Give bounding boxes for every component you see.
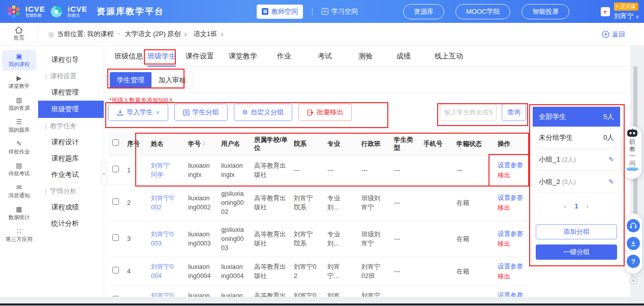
subnav-item-statistics-analysis[interactable]: 统计分析 bbox=[38, 216, 104, 232]
subnav-item-class-management[interactable]: 班级管理 bbox=[38, 101, 104, 118]
tab-exam[interactable]: 考试 bbox=[318, 46, 332, 67]
student-name-link[interactable]: 刘宵宁同学 bbox=[145, 156, 182, 185]
teacher-space-label: 教师空间 bbox=[271, 7, 298, 16]
row-checkbox[interactable] bbox=[112, 198, 119, 205]
remove-link[interactable]: 移出 bbox=[498, 203, 525, 213]
prev-page-icon[interactable]: ‹ bbox=[564, 202, 566, 210]
student-name-link[interactable]: 刘宵宁0005 bbox=[145, 286, 182, 297]
subnav-item-course-management[interactable]: 课程管理 bbox=[38, 84, 104, 101]
student-name-link[interactable]: 刘宵宁0004 bbox=[145, 257, 182, 286]
learning-space-button[interactable]: A 学习空间 bbox=[322, 7, 358, 16]
assistant-widget[interactable]: 职 教 一 问 bbox=[623, 126, 641, 179]
batch-remove-button[interactable]: 批量移出 bbox=[298, 104, 352, 121]
help-button[interactable]: ? bbox=[627, 255, 640, 268]
set-contest-link[interactable]: 设置参赛 bbox=[498, 290, 525, 297]
tab-homework[interactable]: 作业 bbox=[277, 46, 291, 67]
select-all-checkbox[interactable] bbox=[112, 139, 119, 146]
customer-service-button[interactable] bbox=[627, 219, 640, 232]
set-contest-link[interactable]: 设置参赛 bbox=[498, 261, 525, 271]
cell-status: 在籍 bbox=[450, 286, 492, 297]
tab-grades[interactable]: 成绩 bbox=[396, 46, 411, 67]
version-badge: 正式版 bbox=[614, 3, 638, 11]
sidebar-item-third-party-apps[interactable]: ∷ 第三方应用 bbox=[2, 225, 36, 246]
group-ungrouped-students[interactable]: 未分组学生 0人 bbox=[533, 127, 620, 148]
subnav-item-homework-exam[interactable]: 作业考试 bbox=[38, 167, 104, 183]
student-group-button[interactable]: 学生分组 bbox=[174, 104, 228, 121]
subtab-join-review[interactable]: 加入审核 bbox=[151, 72, 193, 88]
group-item-2[interactable]: 小组_2(3人) ✎ bbox=[533, 171, 620, 193]
edit-group-icon[interactable]: ✎ bbox=[608, 156, 614, 163]
subnav-item-course-guide[interactable]: 课程引导 bbox=[38, 52, 104, 68]
subnav-item-course-question-bank[interactable]: 课程题库 bbox=[38, 150, 104, 167]
col-status: 学籍状态 bbox=[450, 132, 492, 156]
table-row: 4 刘宵宁0004 liuxiaoning0004 liuxiaoning000… bbox=[108, 257, 529, 286]
remove-link[interactable]: 移出 bbox=[498, 271, 525, 282]
group-item-1[interactable]: 小组_1(2人) ✎ bbox=[533, 148, 620, 171]
platform-title: 资源库教学平台 bbox=[97, 6, 164, 17]
breadcrumb-course-dropdown[interactable]: 大学语文 (2P) 原创 bbox=[125, 29, 181, 39]
subtab-student-management[interactable]: 学生管理 bbox=[110, 72, 151, 88]
resource-library-button[interactable]: 资源库 bbox=[403, 4, 444, 19]
message-icon: ✉ bbox=[16, 184, 22, 191]
student-name-link[interactable]: 刘宵宁0002 bbox=[145, 185, 182, 221]
sidebar-item-pending-exams[interactable]: ▤ 待批考试 bbox=[2, 159, 36, 180]
cell-student-id: liuxiaoning0004 bbox=[182, 257, 215, 286]
student-name-link[interactable]: 刘宵宁0003 bbox=[145, 221, 182, 257]
tab-class-info[interactable]: 班级信息 bbox=[114, 46, 143, 67]
sidebar-item-pending-homework[interactable]: ✎ 待批作业 bbox=[2, 137, 36, 158]
cell-phone bbox=[417, 257, 450, 286]
row-checkbox[interactable] bbox=[112, 166, 119, 172]
location-icon: ◎ bbox=[48, 30, 54, 38]
sidebar-item-label: 消息通知 bbox=[9, 192, 30, 199]
tab-quiz[interactable]: 测验 bbox=[358, 46, 373, 67]
student-subtabs: 学生管理 加入审核 bbox=[109, 72, 194, 89]
sidebar-item-my-resources[interactable]: ▥ 我的资源 bbox=[2, 94, 36, 114]
search-input[interactable] bbox=[440, 104, 497, 121]
sidebar-item-label: 课堂教学 bbox=[9, 83, 30, 90]
teacher-space-button[interactable]: ▦ 教师空间 bbox=[257, 5, 303, 19]
icve-flower-logo-icon bbox=[6, 4, 21, 19]
query-button[interactable]: 查询 bbox=[502, 104, 526, 121]
download-button[interactable] bbox=[627, 237, 640, 250]
back-button[interactable]: 返回 bbox=[602, 23, 625, 46]
tab-class-students[interactable]: 班级学生 bbox=[147, 46, 176, 67]
mooc-academy-button[interactable]: MOOC学院 bbox=[455, 4, 510, 19]
sidebar-item-my-question-bank[interactable]: ☰ 我的题库 bbox=[2, 115, 36, 136]
set-contest-link[interactable]: 设置参赛 bbox=[498, 229, 525, 239]
home-label: 首页 bbox=[13, 34, 24, 42]
set-contest-link[interactable]: 设置参赛 bbox=[498, 160, 525, 170]
set-contest-link[interactable]: 设置参赛 bbox=[498, 193, 525, 203]
cell-status: 在籍 bbox=[450, 221, 492, 257]
group-all-students[interactable]: 全部学生 5人 bbox=[533, 107, 620, 127]
sort-icon[interactable]: ▲▼ bbox=[202, 141, 205, 146]
subnav-item-course-design[interactable]: 课程设计 bbox=[38, 134, 104, 150]
close-float-button[interactable]: ✕ bbox=[629, 277, 637, 285]
tab-online-interaction[interactable]: 线上互动 bbox=[435, 46, 463, 67]
student-toolbar: 导入学生 ∨ 学生分组 ⚙ 自定义分组 批量移出 bbox=[108, 104, 352, 121]
remove-link[interactable]: 移出 bbox=[498, 170, 525, 180]
subnav-item-course-grades[interactable]: 课程成绩 bbox=[38, 199, 104, 216]
remove-link[interactable]: 移出 bbox=[498, 239, 525, 249]
next-page-icon[interactable]: › bbox=[587, 202, 589, 210]
subtab-divider bbox=[104, 93, 630, 93]
user-menu[interactable]: 刘宵宁 ∨ bbox=[614, 12, 639, 21]
sidebar-collapse-handle[interactable]: « bbox=[101, 162, 107, 185]
one-click-group-button[interactable]: 一键分组 bbox=[536, 244, 617, 260]
tab-courseware-settings[interactable]: 课件设置 bbox=[186, 46, 214, 67]
sidebar-item-home[interactable]: 首页 bbox=[0, 23, 38, 46]
sidebar-item-classroom-teaching[interactable]: ▶ 课堂教学 bbox=[2, 72, 36, 93]
row-checkbox[interactable] bbox=[112, 234, 119, 241]
add-group-button[interactable]: 添加分组 bbox=[536, 224, 617, 239]
sidebar-item-label: 待批作业 bbox=[9, 148, 30, 156]
row-checkbox[interactable] bbox=[112, 267, 119, 273]
custom-group-button[interactable]: ⚙ 自定义分组 bbox=[234, 104, 293, 121]
breadcrumb-class-dropdown[interactable]: 语文1班 bbox=[194, 29, 217, 39]
smart-cast-button[interactable]: 智能投屏 bbox=[522, 4, 569, 19]
edit-group-icon[interactable]: ✎ bbox=[608, 178, 614, 186]
import-students-button[interactable]: 导入学生 ∨ bbox=[108, 104, 168, 121]
sidebar-item-data-statistics[interactable]: ▦ 数据统计 bbox=[2, 203, 36, 224]
sidebar-item-messages[interactable]: ✉ 消息通知 bbox=[2, 181, 36, 202]
current-page[interactable]: 1 bbox=[574, 202, 578, 210]
sidebar-item-my-courses[interactable]: ▣ 我的课程 bbox=[2, 50, 36, 71]
tab-classroom-teaching[interactable]: 课堂教学 bbox=[229, 46, 257, 67]
